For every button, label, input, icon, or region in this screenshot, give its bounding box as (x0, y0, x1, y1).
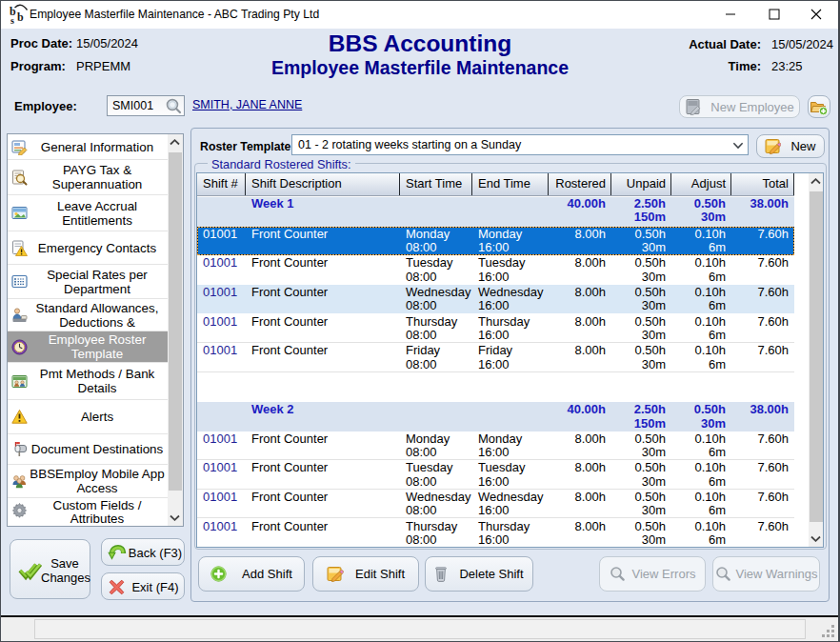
svg-text:s: s (10, 15, 14, 26)
svg-text:b: b (17, 10, 24, 24)
